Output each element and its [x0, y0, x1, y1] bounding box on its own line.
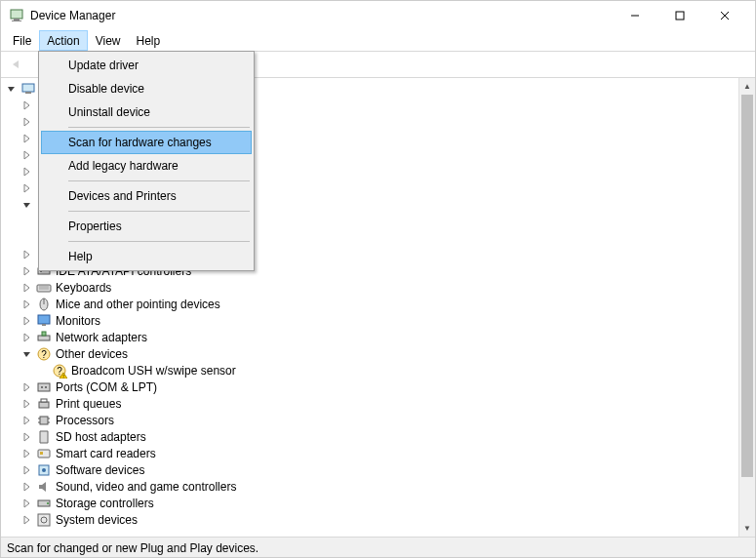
- expander-icon[interactable]: [20, 181, 34, 195]
- monitor-icon: [36, 313, 52, 329]
- expander-icon[interactable]: [20, 463, 34, 477]
- tree-node-label: Other devices: [56, 347, 128, 361]
- svg-rect-36: [38, 383, 50, 391]
- scroll-thumb[interactable]: [741, 95, 753, 477]
- tree-node[interactable]: Keyboards: [3, 279, 738, 296]
- minimize-button[interactable]: [613, 1, 657, 30]
- tree-node-label: Processors: [56, 414, 114, 427]
- expander-icon[interactable]: [20, 447, 34, 460]
- tree-node[interactable]: Storage controllers: [3, 495, 738, 511]
- expander-icon[interactable]: [5, 82, 19, 96]
- expander-icon[interactable]: [20, 115, 34, 129]
- tree-node-label: Software devices: [56, 463, 144, 477]
- tree-node[interactable]: Processors: [3, 412, 738, 428]
- tree-node-label: Monitors: [56, 314, 100, 328]
- tree-node[interactable]: Print queues: [3, 395, 738, 412]
- scroll-up-button[interactable]: ▲: [739, 78, 755, 95]
- menu-view[interactable]: View: [88, 30, 129, 51]
- statusbar: Scan for changed or new Plug and Play de…: [1, 538, 755, 558]
- expander-icon[interactable]: [20, 99, 34, 112]
- scroll-track[interactable]: [739, 95, 755, 520]
- vertical-scrollbar[interactable]: ▲ ▼: [738, 78, 755, 537]
- port-icon: [36, 379, 52, 395]
- svg-rect-41: [40, 417, 48, 424]
- computer-icon: [20, 81, 36, 97]
- expander-icon[interactable]: [20, 198, 34, 212]
- tree-node-label: Sound, video and game controllers: [56, 480, 236, 494]
- expander-icon[interactable]: [20, 281, 34, 295]
- svg-rect-27: [42, 324, 46, 326]
- svg-rect-39: [39, 402, 49, 408]
- menuitem-devices-and-printers[interactable]: Devices and Printers: [41, 184, 252, 208]
- expander-icon[interactable]: [20, 298, 34, 311]
- svg-rect-8: [25, 92, 31, 94]
- storage-icon: [36, 496, 52, 511]
- software-icon: [36, 462, 52, 478]
- expander-icon[interactable]: [20, 497, 34, 510]
- titlebar: Device Manager: [1, 1, 755, 30]
- menuitem-update-driver[interactable]: Update driver: [41, 54, 252, 77]
- menuitem-uninstall-device[interactable]: Uninstall device: [41, 100, 252, 124]
- tree-node[interactable]: System devices: [3, 511, 738, 528]
- tree-node[interactable]: ?Other devices: [3, 345, 738, 362]
- expander-icon[interactable]: [20, 513, 34, 527]
- expander-icon[interactable]: [20, 414, 34, 427]
- menubar: FileActionViewHelp: [1, 30, 755, 51]
- svg-rect-46: [38, 450, 50, 458]
- maximize-button[interactable]: [657, 1, 702, 30]
- expander-icon[interactable]: [20, 430, 34, 444]
- menu-file[interactable]: File: [5, 30, 39, 51]
- expander-icon[interactable]: [20, 248, 34, 261]
- tree-node[interactable]: Network adapters: [3, 329, 738, 345]
- expander-icon[interactable]: [20, 264, 34, 278]
- sound-icon: [36, 479, 52, 495]
- svg-rect-47: [40, 452, 43, 455]
- tree-node[interactable]: Software devices: [3, 461, 738, 478]
- warning-icon: ?!: [52, 363, 67, 379]
- window-controls: [613, 1, 747, 30]
- close-button[interactable]: [702, 1, 747, 30]
- tree-node[interactable]: ?!Broadcom USH w/swipe sensor: [3, 362, 738, 379]
- expander-icon[interactable]: [20, 480, 34, 494]
- svg-rect-52: [38, 514, 50, 526]
- tree-node[interactable]: Ports (COM & LPT): [3, 379, 738, 395]
- status-text: Scan for changed or new Plug and Play de…: [7, 541, 259, 555]
- expander-icon[interactable]: [20, 314, 34, 328]
- tree-node[interactable]: Sound, video and game controllers: [3, 478, 738, 495]
- menuitem-properties[interactable]: Properties: [41, 215, 252, 238]
- expander-icon[interactable]: [20, 148, 34, 162]
- svg-point-49: [42, 468, 46, 472]
- window-title: Device Manager: [30, 9, 115, 22]
- tree-node[interactable]: Monitors: [3, 312, 738, 329]
- system-icon: [36, 512, 52, 528]
- menuitem-scan-for-hardware-changes[interactable]: Scan for hardware changes: [41, 131, 252, 154]
- menuitem-add-legacy-hardware[interactable]: Add legacy hardware: [41, 154, 252, 178]
- scroll-down-button[interactable]: ▼: [739, 520, 755, 537]
- tree-node-label: Smart card readers: [56, 447, 156, 460]
- svg-point-38: [45, 386, 47, 388]
- expander-icon[interactable]: [20, 331, 34, 344]
- expander-icon[interactable]: [20, 347, 34, 361]
- tree-node-label: Broadcom USH w/swipe sensor: [71, 364, 236, 378]
- menu-separator: [68, 211, 250, 212]
- action-menu-dropdown: Update driverDisable deviceUninstall dev…: [38, 51, 255, 271]
- tree-node[interactable]: SD host adapters: [3, 428, 738, 445]
- app-icon: [9, 8, 24, 23]
- tree-node-label: Ports (COM & LPT): [56, 380, 157, 394]
- menuitem-help[interactable]: Help: [41, 245, 252, 268]
- network-icon: [36, 330, 52, 345]
- menu-action[interactable]: Action: [39, 30, 87, 51]
- expander-icon[interactable]: [20, 132, 34, 145]
- svg-point-37: [41, 386, 43, 388]
- menu-separator: [68, 180, 250, 181]
- tree-node[interactable]: Mice and other pointing devices: [3, 296, 738, 312]
- expander-icon[interactable]: [20, 380, 34, 394]
- expander-icon[interactable]: [20, 397, 34, 411]
- expander-icon[interactable]: [20, 165, 34, 179]
- back-button[interactable]: [5, 54, 28, 75]
- tree-node-label: SD host adapters: [56, 430, 146, 444]
- menu-help[interactable]: Help: [129, 30, 169, 51]
- tree-node[interactable]: Smart card readers: [3, 445, 738, 461]
- printer-icon: [36, 396, 52, 412]
- menuitem-disable-device[interactable]: Disable device: [41, 77, 252, 100]
